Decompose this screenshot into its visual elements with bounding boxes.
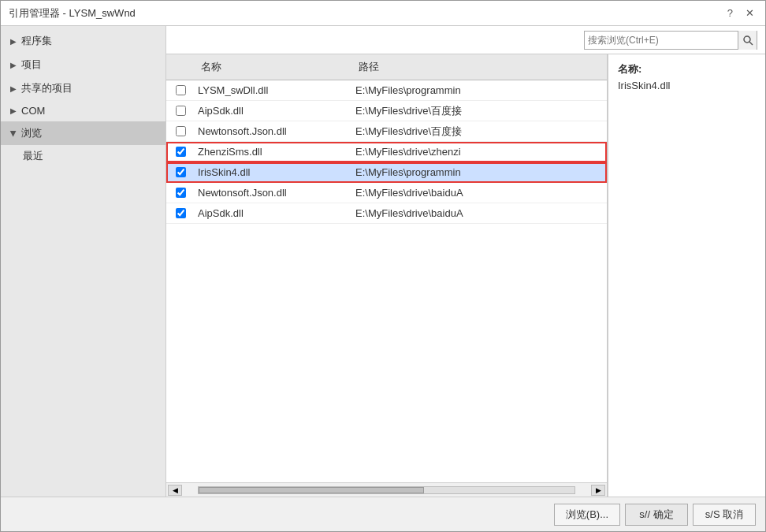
scrollbar-thumb[interactable] xyxy=(199,487,424,493)
confirm-button[interactable]: s// 确定 xyxy=(625,504,688,526)
cell-check-6[interactable] xyxy=(166,188,195,198)
cell-path-4: E:\MyFiles\drive\zhenzi xyxy=(352,146,607,158)
title-bar: 引用管理器 - LYSM_swWnd ? ✕ xyxy=(1,1,765,26)
cell-name-5: IrisSkin4.dll xyxy=(195,166,352,178)
search-input[interactable] xyxy=(585,33,738,47)
expand-arrow-assemblies: ▶ xyxy=(10,37,17,46)
scrollbar-track[interactable] xyxy=(198,486,575,494)
cell-name-2: AipSdk.dll xyxy=(195,105,352,117)
search-input-wrapper[interactable] xyxy=(584,31,757,50)
table-row[interactable]: Newtonsoft.Json.dll E:\MyFiles\drive\百度接 xyxy=(166,121,607,142)
main-content: ▶ 程序集 ▶ 项目 ▶ 共享的项目 ▶ COM ▶ 浏览 最近 xyxy=(1,26,765,497)
cell-check-5[interactable] xyxy=(166,167,195,177)
cell-path-1: E:\MyFiles\programmin xyxy=(352,84,607,96)
table-row[interactable]: Newtonsoft.Json.dll E:\MyFiles\drive\bai… xyxy=(166,183,607,203)
sidebar-item-shared[interactable]: ▶ 共享的项目 xyxy=(1,76,165,100)
row-checkbox-5[interactable] xyxy=(176,167,186,177)
scroll-right-arrow[interactable]: ▶ xyxy=(591,485,605,496)
right-panel: 名称 路径 LYSM_swDll.dll E:\MyFiles\programm… xyxy=(166,26,765,497)
cell-path-6: E:\MyFiles\drive\baiduA xyxy=(352,187,607,199)
row-checkbox-4[interactable] xyxy=(176,147,186,157)
search-icon xyxy=(742,35,753,46)
content-area: 名称 路径 LYSM_swDll.dll E:\MyFiles\programm… xyxy=(166,54,765,497)
window-title: 引用管理器 - LYSM_swWnd xyxy=(9,6,136,20)
search-icon-btn[interactable] xyxy=(738,31,757,50)
row-checkbox-7[interactable] xyxy=(176,208,186,218)
sidebar-item-browse[interactable]: ▶ 浏览 xyxy=(1,121,165,145)
scroll-left-arrow[interactable]: ◀ xyxy=(168,485,182,496)
header-path: 路径 xyxy=(352,58,607,76)
cell-path-3: E:\MyFiles\drive\百度接 xyxy=(352,125,607,139)
svg-line-1 xyxy=(749,42,753,45)
sidebar-item-com[interactable]: ▶ COM xyxy=(1,100,165,121)
sidebar-item-recent-label: 最近 xyxy=(23,149,43,163)
sidebar-item-projects-label: 项目 xyxy=(21,58,42,72)
sidebar-item-shared-label: 共享的项目 xyxy=(21,81,73,95)
cell-name-3: Newtonsoft.Json.dll xyxy=(195,125,352,137)
table-row[interactable]: LYSM_swDll.dll E:\MyFiles\programmin xyxy=(166,80,607,101)
cancel-button[interactable]: s/S 取消 xyxy=(693,504,756,526)
row-checkbox-3[interactable] xyxy=(176,126,186,136)
sidebar-item-com-label: COM xyxy=(21,105,45,117)
table-row[interactable]: ZhenziSms.dll E:\MyFiles\drive\zhenzi xyxy=(166,142,607,162)
header-name: 名称 xyxy=(195,58,352,76)
bottom-bar: 浏览(B)... s// 确定 s/S 取消 xyxy=(1,497,765,531)
row-checkbox-1[interactable] xyxy=(176,85,186,95)
scrollbar-area: ◀ ▶ xyxy=(166,482,607,497)
details-panel: 名称: IrisSkin4.dll xyxy=(608,54,765,497)
cell-check-7[interactable] xyxy=(166,208,195,218)
table-row[interactable]: AipSdk.dll E:\MyFiles\drive\百度接 xyxy=(166,101,607,121)
table-row[interactable]: AipSdk.dll E:\MyFiles\drive\baiduA xyxy=(166,203,607,224)
cell-name-1: LYSM_swDll.dll xyxy=(195,84,352,96)
sidebar-item-browse-label: 浏览 xyxy=(21,126,42,140)
expand-arrow-browse: ▶ xyxy=(9,130,18,136)
sidebar-item-projects[interactable]: ▶ 项目 xyxy=(1,53,165,76)
window: 引用管理器 - LYSM_swWnd ? ✕ ▶ 程序集 ▶ 项目 ▶ 共享的项… xyxy=(0,0,766,532)
cell-path-2: E:\MyFiles\drive\百度接 xyxy=(352,104,607,118)
search-bar xyxy=(166,26,765,54)
svg-point-0 xyxy=(744,36,750,43)
table-section: 名称 路径 LYSM_swDll.dll E:\MyFiles\programm… xyxy=(166,54,608,497)
cell-name-7: AipSdk.dll xyxy=(195,207,352,219)
row-checkbox-6[interactable] xyxy=(176,188,186,198)
cell-check-4[interactable] xyxy=(166,147,195,157)
expand-arrow-shared: ▶ xyxy=(10,84,17,93)
table-row[interactable]: IrisSkin4.dll E:\MyFiles\programmin xyxy=(166,162,607,183)
browse-button[interactable]: 浏览(B)... xyxy=(554,504,620,526)
cell-check-1[interactable] xyxy=(166,85,195,95)
sidebar: ▶ 程序集 ▶ 项目 ▶ 共享的项目 ▶ COM ▶ 浏览 最近 xyxy=(1,26,166,497)
cell-path-5: E:\MyFiles\programmin xyxy=(352,166,607,178)
table-body: LYSM_swDll.dll E:\MyFiles\programmin Aip… xyxy=(166,80,607,482)
close-button[interactable]: ✕ xyxy=(742,7,757,19)
cell-path-7: E:\MyFiles\drive\baiduA xyxy=(352,207,607,219)
cell-check-2[interactable] xyxy=(166,106,195,116)
details-name-label: 名称: xyxy=(618,62,756,76)
table-header: 名称 路径 xyxy=(166,54,607,80)
header-check xyxy=(166,58,195,76)
cell-name-6: Newtonsoft.Json.dll xyxy=(195,187,352,199)
cell-name-4: ZhenziSms.dll xyxy=(195,146,352,158)
cell-check-3[interactable] xyxy=(166,126,195,136)
expand-arrow-projects: ▶ xyxy=(10,61,17,69)
sidebar-item-assemblies[interactable]: ▶ 程序集 xyxy=(1,29,165,53)
details-name-value: IrisSkin4.dll xyxy=(618,80,756,91)
sidebar-item-recent[interactable]: 最近 xyxy=(1,145,165,167)
sidebar-item-assemblies-label: 程序集 xyxy=(21,34,52,48)
help-button[interactable]: ? xyxy=(724,7,736,19)
expand-arrow-com: ▶ xyxy=(10,106,17,115)
row-checkbox-2[interactable] xyxy=(176,106,186,116)
title-bar-controls: ? ✕ xyxy=(724,7,757,19)
